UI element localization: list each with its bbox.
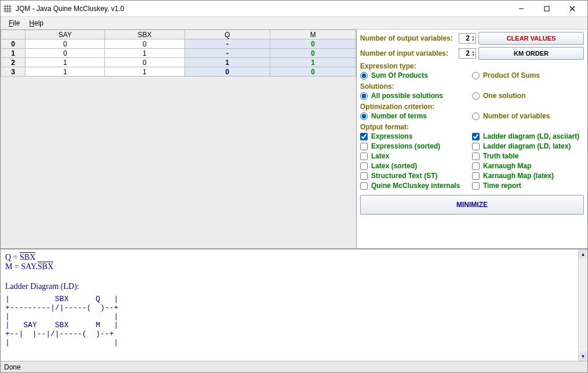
expression-type-label: Expression type:	[360, 62, 584, 70]
close-window-button[interactable]	[560, 1, 585, 17]
menu-file[interactable]: File	[4, 18, 24, 28]
window-title: JQM - Java Quine McCluskey, v1.0	[16, 5, 509, 13]
radio-pos[interactable]: Product Of Sums	[472, 71, 584, 79]
optimization-label: Optimization criterion:	[360, 103, 584, 111]
check-time-report[interactable]: Time report	[472, 182, 584, 190]
spinner-down-icon[interactable]: ▼	[471, 53, 476, 57]
menu-bar: File Help	[1, 17, 587, 30]
ladder-heading: Ladder Diagram (LD):	[5, 282, 583, 291]
radio-num-vars[interactable]: Number of variables	[472, 112, 584, 120]
radio-one-solution[interactable]: One solution	[472, 92, 584, 100]
scroll-up-icon[interactable]: ▲	[579, 249, 587, 259]
check-latex[interactable]: Latex	[360, 152, 472, 160]
check-kmap-latex[interactable]: Karnaugh Map (latex)	[472, 172, 584, 180]
check-kmap[interactable]: Karnaugh Map	[472, 162, 584, 170]
input-vars-spinner[interactable]: ▲▼	[459, 48, 476, 59]
table-row[interactable]: 1 0 1 - 0	[1, 49, 356, 58]
col-header: SBX	[105, 30, 184, 39]
km-order-button[interactable]: KM ORDER	[478, 47, 584, 60]
spinner-down-icon[interactable]: ▼	[471, 38, 476, 42]
check-expressions[interactable]: Expressions	[360, 132, 472, 140]
table-row[interactable]: 0 0 0 - 0	[1, 39, 356, 49]
check-truth-table[interactable]: Truth table	[472, 152, 584, 160]
app-icon	[3, 4, 12, 13]
output-vars-input[interactable]	[459, 34, 471, 43]
solutions-label: Solutions:	[360, 82, 584, 90]
output-vars-label: Number of output variables:	[360, 34, 456, 42]
truth-table-area: SAY SBX Q M 0 0 0 - 0 1 0 1 - 0	[1, 30, 357, 248]
output-expression-q: Q = SBX	[5, 253, 583, 262]
minimize-button[interactable]: MINIMIZE	[360, 195, 584, 215]
output-format-label: Optput format:	[360, 123, 584, 131]
col-header: SAY	[26, 30, 105, 39]
table-corner	[1, 30, 26, 39]
check-ladder-ascii[interactable]: Ladder diagram (LD, asciiart)	[472, 132, 584, 140]
menu-help[interactable]: Help	[24, 18, 48, 28]
radio-all-solutions[interactable]: All possible solutions	[360, 92, 472, 100]
output-area[interactable]: Q = SBX M = SAY.SBX Ladder Diagram (LD):…	[1, 249, 587, 361]
col-header: M	[270, 30, 356, 39]
clear-values-button[interactable]: CLEAR VALUES	[478, 32, 584, 45]
check-structured-text[interactable]: Structured Text (ST)	[360, 172, 472, 180]
controls-panel: Number of output variables: ▲▼ CLEAR VAL…	[357, 30, 587, 248]
input-vars-label: Number of input variables:	[360, 49, 456, 57]
scroll-down-icon[interactable]: ▼	[579, 352, 587, 361]
minimize-window-button[interactable]	[509, 1, 534, 17]
table-row[interactable]: 2 1 0 1 1	[1, 58, 356, 67]
status-bar: Done	[1, 361, 587, 372]
radio-sop[interactable]: Sum Of Products	[360, 71, 472, 79]
table-row[interactable]: 3 1 1 0 0	[1, 67, 356, 77]
maximize-window-button[interactable]	[534, 1, 560, 17]
output-scrollbar[interactable]: ▲ ▼	[578, 249, 587, 361]
status-text: Done	[4, 363, 21, 371]
truth-table[interactable]: SAY SBX Q M 0 0 0 - 0 1 0 1 - 0	[1, 30, 356, 77]
output-expression-m: M = SAY.SBX	[5, 262, 583, 271]
ladder-diagram: | SBX Q | +---------|/|-----( )--+ | | |…	[5, 295, 583, 347]
check-ladder-latex[interactable]: Ladder diagram (LD, latex)	[472, 142, 584, 150]
title-bar: JQM - Java Quine McCluskey, v1.0	[1, 1, 587, 17]
output-vars-spinner[interactable]: ▲▼	[459, 33, 476, 44]
radio-num-terms[interactable]: Number of terms	[360, 112, 472, 120]
check-expressions-sorted[interactable]: Expressions (sorted)	[360, 142, 472, 150]
col-header: Q	[184, 30, 270, 39]
svg-rect-7	[545, 6, 549, 11]
input-vars-input[interactable]	[459, 49, 471, 58]
check-qm-internals[interactable]: Quine McCluskey internals	[360, 182, 472, 190]
check-latex-sorted[interactable]: Latex (sorted)	[360, 162, 472, 170]
